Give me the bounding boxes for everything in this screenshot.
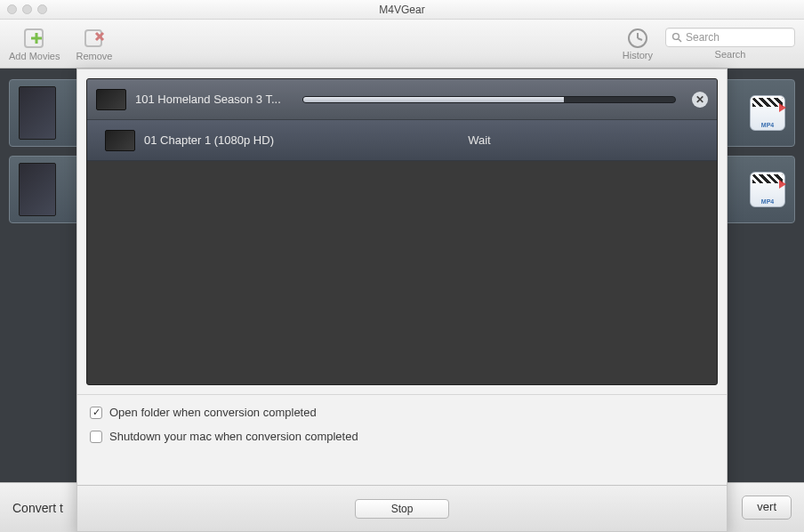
output-format-badge[interactable]: MP4 — [750, 172, 785, 207]
add-movies-label: Add Movies — [9, 51, 60, 61]
search-placeholder: Search — [686, 31, 720, 44]
format-label: MP4 — [752, 198, 783, 205]
history-icon — [626, 27, 649, 50]
history-label: History — [623, 50, 653, 60]
stop-button-label: Stop — [391, 503, 414, 515]
dialog-footer: Stop — [77, 485, 727, 531]
convert-button-label: vert — [757, 500, 776, 513]
remove-icon — [80, 26, 109, 51]
shutdown-checkbox[interactable] — [90, 431, 102, 443]
search-label: Search — [715, 49, 746, 60]
format-label: MP4 — [752, 122, 783, 128]
shutdown-label: Shutdown your mac when conversion comple… — [109, 430, 358, 443]
progress-thumb — [96, 89, 126, 110]
conversion-options: Open folder when conversion completed Sh… — [77, 394, 727, 454]
progress-thumb — [105, 130, 135, 151]
convert-button[interactable]: vert — [742, 496, 792, 520]
progress-row[interactable]: 101 Homeland Season 3 T... ✕ — [87, 79, 717, 120]
add-movies-button[interactable]: Add Movies — [9, 26, 60, 61]
format-arrow-icon — [779, 180, 786, 189]
conversion-progress-dialog: 101 Homeland Season 3 T... ✕ 01 Chapter … — [76, 69, 728, 532]
stop-button[interactable]: Stop — [355, 499, 449, 519]
format-arrow-icon — [779, 103, 786, 112]
progress-row[interactable]: 01 Chapter 1 (1080p HD) Wait — [87, 120, 717, 161]
remove-button[interactable]: Remove — [76, 26, 112, 61]
convert-to-label: Convert t — [12, 501, 63, 515]
open-folder-label: Open folder when conversion completed — [109, 406, 317, 419]
titlebar: M4VGear — [0, 0, 804, 20]
svg-line-8 — [638, 38, 642, 40]
progress-bar — [302, 96, 676, 103]
open-folder-option[interactable]: Open folder when conversion completed — [90, 400, 714, 424]
svg-line-10 — [679, 39, 681, 42]
toolbar: Add Movies Remove History Search Search — [0, 20, 804, 69]
progress-status: Wait — [283, 133, 676, 147]
clapper-icon — [752, 98, 783, 107]
open-folder-checkbox[interactable] — [90, 407, 102, 419]
movie-poster — [19, 86, 56, 140]
shutdown-option[interactable]: Shutdown your mac when conversion comple… — [90, 424, 714, 448]
progress-title: 01 Chapter 1 (1080p HD) — [144, 133, 274, 147]
progress-title: 101 Homeland Season 3 T... — [135, 93, 286, 106]
progress-list: 101 Homeland Season 3 T... ✕ 01 Chapter … — [86, 78, 718, 385]
progress-bar-fill — [303, 97, 564, 102]
output-format-badge[interactable]: MP4 — [750, 95, 785, 131]
search-input-container[interactable]: Search — [665, 28, 795, 47]
window-title: M4VGear — [0, 4, 804, 16]
movie-poster — [19, 163, 56, 216]
cancel-item-button[interactable]: ✕ — [692, 92, 708, 108]
add-movies-icon — [20, 26, 49, 51]
history-button[interactable]: History — [623, 27, 653, 60]
search-icon — [671, 32, 682, 43]
remove-label: Remove — [76, 51, 112, 61]
clapper-icon — [752, 174, 783, 183]
svg-point-9 — [673, 34, 679, 40]
